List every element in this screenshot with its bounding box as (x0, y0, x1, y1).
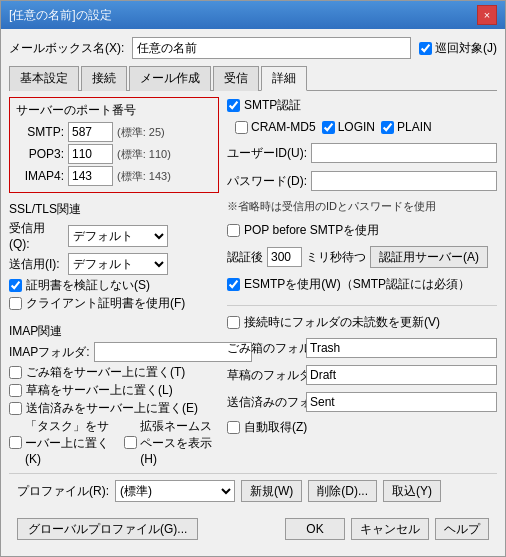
tab-mail-compose[interactable]: メール作成 (129, 66, 211, 91)
task-check[interactable] (9, 436, 22, 449)
cancel-button[interactable]: キャンセル (351, 518, 429, 540)
update-unread-label: 接続時にフォルダの未読数を更新(V) (244, 314, 440, 331)
close-button[interactable]: × (477, 5, 497, 25)
tab-connection[interactable]: 接続 (81, 66, 127, 91)
esmtp-row: ESMTPを使用(W)（SMTP認証には必須） (227, 276, 497, 293)
send-ssl-label: 送信用(I): (9, 256, 64, 273)
smtp-port-default: (標準: 25) (117, 125, 165, 140)
task-check-label: 「タスク」をサーバー上に置く(K) (25, 418, 116, 466)
login-check[interactable] (322, 121, 335, 134)
draft-check[interactable] (9, 384, 22, 397)
auth-after-row: 認証後 ミリ秒待つ 認証用サーバー(A) (227, 246, 497, 268)
new-profile-button[interactable]: 新規(W) (241, 480, 302, 502)
imap-folder-label: IMAPフォルダ: (9, 344, 90, 361)
pop-before-label: POP before SMTPを使用 (244, 222, 379, 239)
smtp-port-input[interactable] (68, 122, 113, 142)
imap-port-label: IMAP4: (16, 169, 64, 183)
password-label: パスワード(D): (227, 173, 307, 190)
smtp-auth-row: SMTP認証 (227, 97, 497, 114)
smtp-auth-label: SMTP認証 (244, 97, 301, 114)
sent-folder-row: 送信済みのフォルダ名: (227, 392, 497, 412)
draft-folder-input[interactable] (306, 365, 497, 385)
esmtp-check[interactable] (227, 278, 240, 291)
mailbox-input[interactable] (132, 37, 411, 59)
auth-ms-input[interactable] (267, 247, 302, 267)
auto-fetch-label: 自動取得(Z) (244, 419, 307, 436)
tab-receive[interactable]: 受信 (213, 66, 259, 91)
ssl-title: SSL/TLS関連 (9, 201, 219, 218)
sent-check[interactable] (9, 402, 22, 415)
imap-port-input[interactable] (68, 166, 113, 186)
mailbox-label: メールボックス名(X): (9, 40, 124, 57)
receive-ssl-combo[interactable]: デフォルト (68, 225, 168, 247)
auth-server-button[interactable]: 認証用サーバー(A) (370, 246, 488, 268)
draft-folder-row: 草稿のフォルダ名: (227, 365, 497, 385)
pop-before-check[interactable] (227, 224, 240, 237)
ssl-section: SSL/TLS関連 受信用(Q): デフォルト 送信用(I): デフォルト (9, 199, 219, 313)
password-input[interactable] (311, 171, 497, 191)
draft-check-label: 草稿をサーバー上に置く(L) (26, 382, 173, 399)
tab-basic[interactable]: 基本設定 (9, 66, 79, 91)
task-check-inline: 「タスク」をサーバー上に置く(K) (9, 418, 116, 466)
trash-folder-input[interactable] (306, 338, 497, 358)
send-ssl-combo[interactable]: デフォルト (68, 253, 168, 275)
login-label: LOGIN (338, 120, 375, 134)
cycle-checkbox[interactable] (419, 42, 432, 55)
client-cert-check[interactable] (9, 297, 22, 310)
smtp-port-label: SMTP: (16, 125, 64, 139)
pop-port-row: POP3: (標準: 110) (16, 144, 212, 164)
plain-label: PLAIN (397, 120, 432, 134)
pop-port-input[interactable] (68, 144, 113, 164)
expand-ns-inline: 拡張ネームスペースを表示(H) (124, 418, 219, 466)
user-id-input[interactable] (311, 143, 497, 163)
trash-folder-row: ごみ箱のフォルダ名: (227, 338, 497, 358)
plain-check[interactable] (381, 121, 394, 134)
smtp-options-row: CRAM-MD5 LOGIN PLAIN (227, 120, 497, 134)
global-profile-button[interactable]: グローバルプロファイル(G)... (17, 518, 198, 540)
left-panel: サーバーのポート番号 SMTP: (標準: 25) POP3: (標準: 110… (9, 97, 219, 467)
profile-row: プロファイル(R): (標準) 新規(W) 削除(D)... 取込(Y) (9, 473, 497, 508)
sent-check-row: 送信済みをサーバー上に置く(E) (9, 400, 219, 417)
trash-check[interactable] (9, 366, 22, 379)
title-bar: [任意の名前]の設定 × (1, 1, 505, 29)
receive-ssl-row: 受信用(Q): デフォルト (9, 220, 219, 251)
pop-before-row: POP before SMTPを使用 (227, 222, 497, 239)
plain-inline: PLAIN (381, 120, 432, 134)
sent-folder-input[interactable] (306, 392, 497, 412)
server-port-title: サーバーのポート番号 (16, 102, 212, 119)
take-profile-button[interactable]: 取込(Y) (383, 480, 441, 502)
expand-ns-check[interactable] (124, 436, 137, 449)
tabs-row: 基本設定 接続 メール作成 受信 詳細 (9, 65, 497, 91)
login-inline: LOGIN (322, 120, 375, 134)
update-unread-check[interactable] (227, 316, 240, 329)
footer-row: グローバルプロファイル(G)... OK キャンセル ヘルプ (9, 514, 497, 548)
imap-port-default: (標準: 143) (117, 169, 171, 184)
imap-title: IMAP関連 (9, 323, 219, 340)
help-button[interactable]: ヘルプ (435, 518, 489, 540)
receive-ssl-label: 受信用(Q): (9, 220, 64, 251)
cert-check-row: 証明書を検証しない(S) (9, 277, 219, 294)
expand-ns-label: 拡張ネームスペースを表示(H) (140, 418, 219, 466)
update-unread-row: 接続時にフォルダの未読数を更新(V) (227, 314, 497, 331)
task-expand-row: 「タスク」をサーバー上に置く(K) 拡張ネームスペースを表示(H) (9, 418, 219, 466)
cycle-checkbox-row: 巡回対象(J) (419, 40, 497, 57)
smtp-auth-check[interactable] (227, 99, 240, 112)
send-ssl-row: 送信用(I): デフォルト (9, 253, 219, 275)
dialog-title: [任意の名前]の設定 (9, 7, 112, 24)
auto-fetch-row: 自動取得(Z) (227, 419, 497, 436)
dialog-body: メールボックス名(X): 巡回対象(J) 基本設定 接続 メール作成 受信 詳細… (1, 29, 505, 556)
client-cert-row: クライアント証明書を使用(F) (9, 295, 219, 312)
auto-fetch-check[interactable] (227, 421, 240, 434)
note: ※省略時は受信用のIDとパスワードを使用 (227, 199, 497, 214)
tab-detail[interactable]: 詳細 (261, 66, 307, 91)
delete-profile-button[interactable]: 削除(D)... (308, 480, 377, 502)
footer-main-buttons: OK キャンセル ヘルプ (285, 518, 489, 540)
imap-section: IMAP関連 IMAPフォルダ: ごみ箱をサーバー上に置く(T) 草稿をサーバー… (9, 319, 219, 467)
dialog: [任意の名前]の設定 × メールボックス名(X): 巡回対象(J) 基本設定 接… (0, 0, 506, 557)
imap-port-row: IMAP4: (標準: 143) (16, 166, 212, 186)
cram-md5-check[interactable] (235, 121, 248, 134)
cert-check[interactable] (9, 279, 22, 292)
profile-combo[interactable]: (標準) (115, 480, 235, 502)
sent-check-label: 送信済みをサーバー上に置く(E) (26, 400, 198, 417)
ok-button[interactable]: OK (285, 518, 345, 540)
